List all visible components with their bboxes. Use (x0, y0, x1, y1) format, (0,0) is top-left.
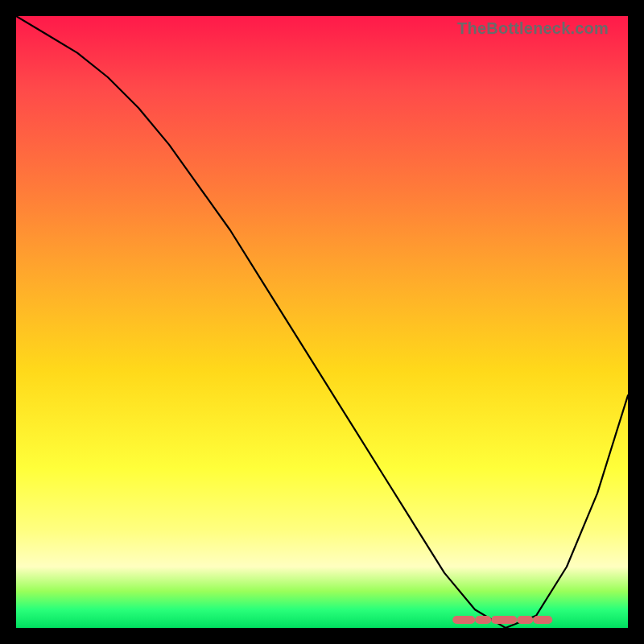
chart-plot-area: TheBottleneck.com (16, 16, 628, 628)
bottleneck-curve-path (16, 16, 628, 628)
chart-svg (16, 16, 628, 628)
